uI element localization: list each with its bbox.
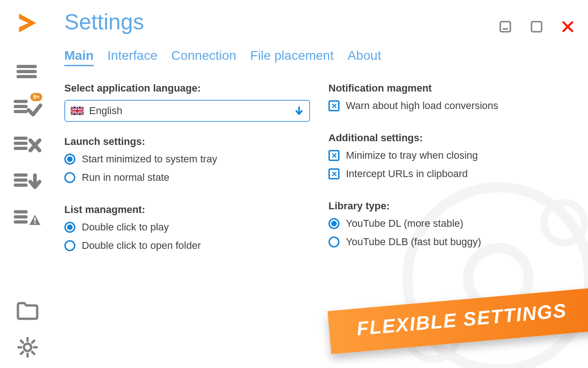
svg-rect-6 xyxy=(14,137,28,140)
sidebar-item-failed[interactable] xyxy=(9,133,46,156)
svg-rect-12 xyxy=(14,210,28,213)
radio-icon xyxy=(64,154,75,165)
app-logo xyxy=(14,9,41,37)
section-language: Select application language: xyxy=(64,82,310,122)
badge-count: 9+ xyxy=(30,93,42,101)
svg-line-23 xyxy=(32,352,34,354)
tab-about[interactable]: About xyxy=(347,48,381,66)
notification-title: Notification magment xyxy=(328,82,574,94)
svg-rect-10 xyxy=(14,178,28,182)
svg-line-25 xyxy=(32,341,34,343)
page-title: Settings xyxy=(64,9,144,34)
list-title: List managment: xyxy=(64,204,310,216)
radio-youtube-dlb[interactable]: YouTube DLB (fast but buggy) xyxy=(328,236,574,248)
sidebar-item-warnings[interactable] xyxy=(9,207,46,230)
checkbox-label: Warn about high load conversions xyxy=(346,100,498,112)
svg-rect-11 xyxy=(14,184,28,187)
section-launch: Launch settings: Start minimized to syst… xyxy=(64,136,310,190)
radio-label: YouTube DLB (fast but buggy) xyxy=(346,236,481,248)
radio-icon xyxy=(328,218,339,229)
tab-main[interactable]: Main xyxy=(64,48,94,66)
section-list: List managment: Double click to play Dou… xyxy=(64,204,310,258)
additional-title: Additional settings: xyxy=(328,132,574,144)
radio-icon xyxy=(328,236,339,247)
sidebar-item-completed[interactable]: 9+ xyxy=(9,97,46,120)
svg-rect-14 xyxy=(14,220,28,224)
checkbox-label: Intercept URLs in clipboard xyxy=(346,168,468,180)
radio-label: Start minimized to system tray xyxy=(82,153,217,165)
svg-rect-30 xyxy=(500,22,510,32)
promo-banner: FLEXIBLE SETTINGS xyxy=(328,288,588,354)
section-additional: Additional settings: ✕ Minimize to tray … xyxy=(328,132,574,186)
svg-rect-5 xyxy=(14,110,28,113)
flag-icon xyxy=(71,107,84,115)
svg-rect-16 xyxy=(34,222,36,224)
language-title: Select application language: xyxy=(64,82,310,94)
svg-rect-32 xyxy=(531,22,542,32)
svg-rect-0 xyxy=(17,65,37,68)
checkbox-icon: ✕ xyxy=(328,168,339,179)
svg-rect-13 xyxy=(14,215,28,218)
checkbox-icon: ✕ xyxy=(328,150,339,161)
svg-rect-7 xyxy=(14,142,28,145)
tabs: Main Interface Connection File placement… xyxy=(64,48,574,66)
svg-rect-2 xyxy=(17,75,37,78)
svg-rect-37 xyxy=(71,110,84,112)
radio-icon xyxy=(64,222,75,233)
checkbox-intercept-urls[interactable]: ✕ Intercept URLs in clipboard xyxy=(328,168,574,180)
chevron-down-icon xyxy=(294,106,304,115)
tab-file-placement[interactable]: File placement xyxy=(250,48,334,66)
svg-rect-1 xyxy=(17,70,37,73)
radio-label: YouTube DL (more stable) xyxy=(346,218,464,230)
sidebar-item-downloading[interactable] xyxy=(9,170,46,193)
maximize-button[interactable] xyxy=(530,20,543,33)
language-value: English xyxy=(89,105,289,117)
svg-rect-4 xyxy=(14,105,28,108)
section-library: Library type: YouTube DL (more stable) Y… xyxy=(328,200,574,254)
svg-rect-9 xyxy=(14,173,28,177)
tab-connection[interactable]: Connection xyxy=(171,48,237,66)
radio-youtube-dl[interactable]: YouTube DL (more stable) xyxy=(328,218,574,230)
tab-interface[interactable]: Interface xyxy=(107,48,158,66)
svg-rect-8 xyxy=(14,147,28,150)
radio-label: Double click to play xyxy=(82,221,169,233)
checkbox-icon: ✕ xyxy=(328,100,339,111)
section-notification: Notification magment ✕ Warn about high l… xyxy=(328,82,574,118)
radio-label: Double click to open folder xyxy=(82,240,201,252)
svg-rect-3 xyxy=(14,100,28,103)
radio-icon xyxy=(64,240,75,251)
sidebar-item-settings[interactable] xyxy=(9,336,46,359)
sidebar-item-all[interactable] xyxy=(9,60,46,83)
sidebar-item-folder[interactable] xyxy=(9,299,46,322)
svg-point-17 xyxy=(24,344,31,351)
library-title: Library type: xyxy=(328,200,574,212)
content: Settings Main Interface Connection File … xyxy=(55,0,588,368)
language-select[interactable]: English xyxy=(64,100,310,122)
checkbox-warn-high-load[interactable]: ✕ Warn about high load conversions xyxy=(328,100,574,112)
close-button[interactable] xyxy=(561,20,574,33)
radio-label: Run in normal state xyxy=(82,172,170,184)
minimize-button[interactable] xyxy=(499,20,512,33)
svg-line-22 xyxy=(21,341,23,343)
radio-dblclick-folder[interactable]: Double click to open folder xyxy=(64,240,310,252)
checkbox-minimize-tray[interactable]: ✕ Minimize to tray when closing xyxy=(328,150,574,161)
radio-run-normal[interactable]: Run in normal state xyxy=(64,172,310,184)
checkbox-label: Minimize to tray when closing xyxy=(346,150,478,161)
radio-dblclick-play[interactable]: Double click to play xyxy=(64,221,310,233)
sidebar: 9+ xyxy=(0,0,55,368)
radio-icon xyxy=(64,172,75,183)
radio-start-minimized[interactable]: Start minimized to system tray xyxy=(64,153,310,165)
svg-line-24 xyxy=(21,352,23,354)
svg-rect-15 xyxy=(34,218,36,221)
launch-title: Launch settings: xyxy=(64,136,310,148)
window-controls xyxy=(499,20,574,33)
